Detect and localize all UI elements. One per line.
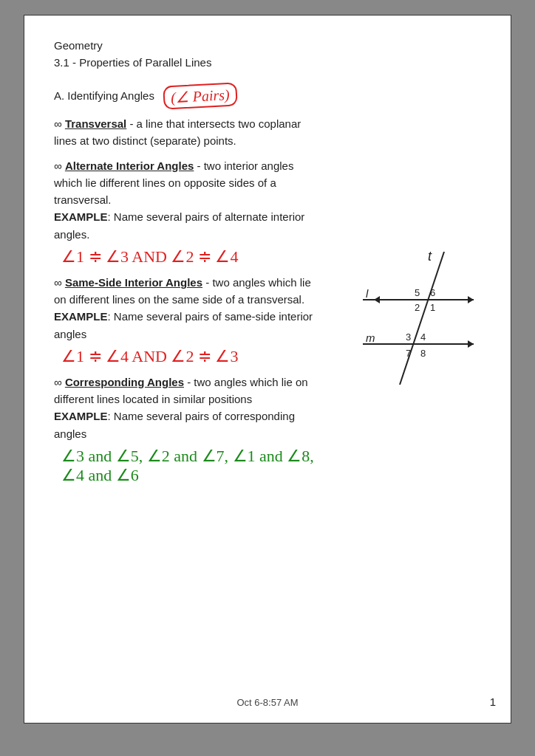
transversal-bold: Transversal [65,117,126,130]
title-line2: 3.1 - Properties of Parallel Lines [54,56,211,69]
alt-interior-example: EXAMPLE: Name several pairs of alternate… [54,208,320,243]
alt-interior-handwriting: ∠1 ≑ ∠3 AND ∠2 ≑ ∠4 [61,247,320,267]
angle-pairs-handwriting: (∠ Pairs) [163,82,237,109]
geometry-diagram: t l m 5 6 2 1 3 [341,244,488,392]
same-side-bold: Same-Side Interior Angles [65,276,202,289]
footer: Oct 6-8:57 AM [24,697,511,708]
same-side-handwriting: ∠1 ≑ ∠4 AND ∠2 ≑ ∠3 [61,347,320,366]
svg-text:t: t [428,249,432,264]
section-a-title: A. Identifying Angles (∠ Pairs) [54,84,481,108]
svg-text:2: 2 [415,302,420,313]
corr-example-bold: EXAMPLE [54,410,108,422]
corr-infinity: ∞ [54,376,62,388]
section-a-label: A. Identifying Angles [54,87,154,104]
title-line1: Geometry [54,39,103,52]
svg-text:m: m [366,331,375,344]
header-title: Geometry 3.1 - Properties of Parallel Li… [54,38,481,71]
svg-text:8: 8 [420,348,426,359]
page-number: 1 [490,695,496,708]
transversal-infinity: ∞ [54,117,62,130]
footer-text: Oct 6-8:57 AM [236,697,298,708]
same-side-infinity: ∞ [54,276,62,289]
svg-marker-3 [468,296,474,303]
alt-interior-infinity: ∞ [54,159,62,172]
corr-def: ∞ Corresponding Angles - two angles whic… [54,374,320,408]
same-side-example-bold: EXAMPLE [54,310,108,323]
diagram-area: t l m 5 6 2 1 3 [341,244,488,392]
transversal-section: ∞ Transversal - a line that intersects t… [54,115,320,150]
svg-marker-4 [374,296,380,303]
same-side-example: EXAMPLE: Name several pairs of same-side… [54,308,320,343]
svg-text:7: 7 [406,348,411,359]
alt-interior-section: ∞ Alternate Interior Angles - two interi… [54,157,320,267]
page: Geometry 3.1 - Properties of Parallel Li… [24,15,511,724]
same-side-section: ∞ Same-Side Interior Angles - two angles… [54,274,320,366]
alt-interior-example-bold: EXAMPLE [54,210,108,223]
svg-text:3: 3 [406,331,411,343]
transversal-def: ∞ Transversal - a line that intersects t… [54,115,320,150]
alt-interior-def: ∞ Alternate Interior Angles - two interi… [54,157,320,209]
corr-bold: Corresponding Angles [65,376,184,388]
corr-example: EXAMPLE: Name several pairs of correspon… [54,408,320,442]
svg-text:l: l [366,287,369,300]
corresponding-section: ∞ Corresponding Angles - two angles whic… [54,374,320,485]
alt-interior-bold: Alternate Interior Angles [65,159,194,172]
svg-text:5: 5 [415,287,420,298]
section-a: A. Identifying Angles (∠ Pairs) [54,84,481,108]
svg-line-1 [400,252,444,385]
page-number-text: 1 [490,695,496,708]
svg-marker-7 [468,340,474,348]
svg-text:1: 1 [430,302,435,313]
svg-text:4: 4 [420,331,426,343]
svg-text:6: 6 [430,287,435,298]
corr-handwriting: ∠3 and ∠5, ∠2 and ∠7, ∠1 and ∠8, ∠4 and … [61,447,320,485]
same-side-def: ∞ Same-Side Interior Angles - two angles… [54,274,320,309]
